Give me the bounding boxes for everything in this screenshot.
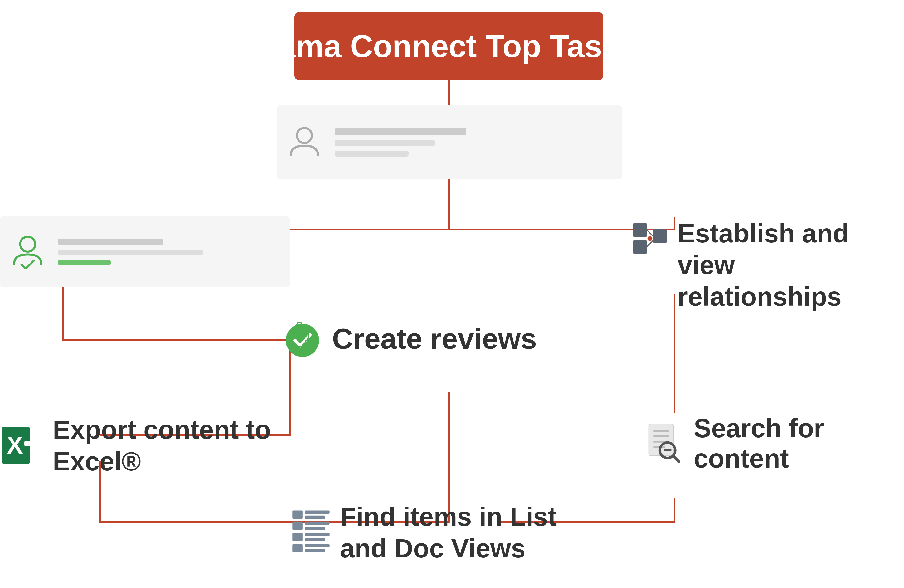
find-items-node: Find items in List and Doc Views bbox=[290, 501, 556, 564]
svg-rect-35 bbox=[305, 544, 330, 547]
left-user-lines bbox=[58, 239, 203, 265]
line3 bbox=[335, 151, 409, 156]
svg-rect-31 bbox=[292, 533, 303, 541]
svg-rect-29 bbox=[305, 522, 330, 525]
center-user-icon bbox=[287, 125, 322, 160]
search-content-label: Search for content bbox=[694, 413, 904, 474]
establish-rel-icon bbox=[630, 220, 670, 257]
svg-line-20 bbox=[673, 456, 679, 462]
svg-rect-9 bbox=[653, 229, 667, 243]
svg-rect-27 bbox=[305, 515, 325, 519]
svg-rect-7 bbox=[633, 223, 647, 237]
svg-rect-25 bbox=[292, 510, 303, 519]
establish-rel-text: Establish and view relationships bbox=[678, 217, 904, 312]
line1 bbox=[58, 239, 163, 245]
find-items-line2: and Doc Views bbox=[340, 533, 556, 564]
line3 bbox=[58, 260, 111, 265]
left-user-icon bbox=[11, 235, 45, 269]
line1 bbox=[335, 128, 466, 136]
svg-text:X: X bbox=[7, 432, 23, 459]
svg-rect-33 bbox=[305, 538, 325, 541]
line2 bbox=[335, 140, 435, 146]
svg-rect-36 bbox=[305, 549, 325, 552]
left-user-card bbox=[0, 216, 290, 287]
establish-rel-label-line1: Establish and view bbox=[678, 217, 904, 281]
find-items-text: Find items in List and Doc Views bbox=[340, 501, 556, 564]
svg-rect-28 bbox=[292, 522, 303, 530]
line2 bbox=[58, 250, 203, 255]
title-text: Jama Connect Top Tasks bbox=[261, 28, 637, 64]
create-reviews-label: Create reviews bbox=[332, 322, 537, 355]
center-user-lines bbox=[335, 128, 466, 156]
svg-point-4 bbox=[297, 128, 312, 143]
svg-line-10 bbox=[647, 230, 653, 236]
export-excel-text: Export content to Excel® bbox=[53, 414, 271, 477]
establish-rel-label-line2: relationships bbox=[678, 281, 904, 312]
create-reviews-icon bbox=[277, 315, 324, 362]
svg-rect-32 bbox=[305, 533, 330, 536]
svg-line-11 bbox=[647, 240, 653, 247]
svg-point-12 bbox=[648, 236, 653, 241]
excel-icon: X bbox=[0, 423, 45, 468]
search-content-node: Search for content bbox=[643, 413, 904, 474]
svg-rect-26 bbox=[305, 510, 330, 514]
svg-point-5 bbox=[20, 237, 35, 252]
svg-rect-34 bbox=[292, 544, 303, 552]
center-user-card bbox=[277, 106, 622, 179]
find-items-line1: Find items in List bbox=[340, 501, 556, 533]
export-label-line2: Excel® bbox=[53, 446, 271, 477]
search-content-icon bbox=[643, 422, 686, 465]
svg-point-6 bbox=[286, 324, 319, 357]
svg-rect-30 bbox=[305, 526, 325, 530]
title-box: Jama Connect Top Tasks bbox=[294, 12, 603, 80]
establish-rel-node: Establish and view relationships bbox=[630, 217, 904, 312]
export-excel-node: X Export content to Excel® bbox=[0, 414, 271, 477]
export-label-line1: Export content to bbox=[53, 414, 271, 446]
diagram-container: Jama Connect Top Tasks bbox=[0, 0, 904, 588]
create-reviews-node: Create reviews bbox=[277, 315, 537, 362]
svg-rect-8 bbox=[633, 240, 647, 254]
list-icon bbox=[290, 509, 332, 556]
svg-marker-24 bbox=[33, 437, 41, 450]
